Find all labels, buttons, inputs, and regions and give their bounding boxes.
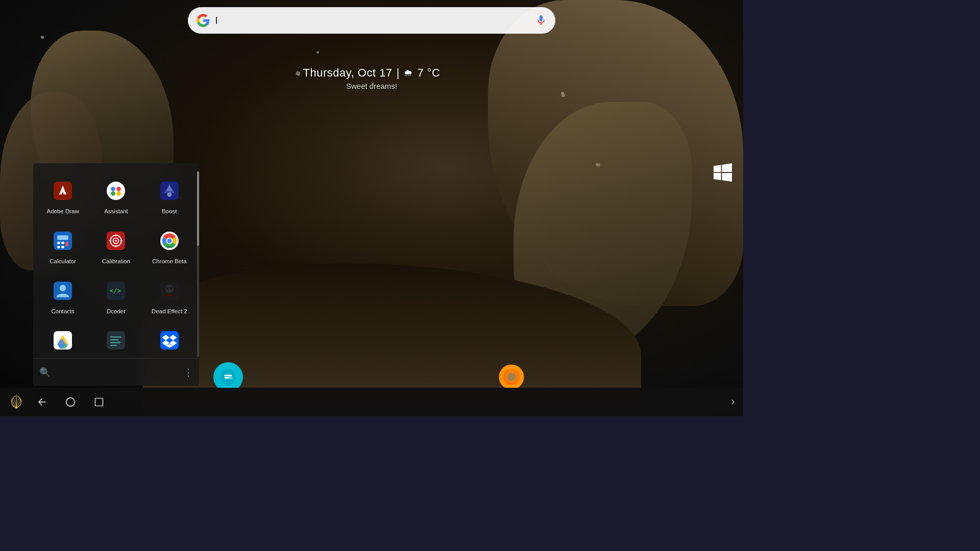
app-drawer: Adobe DrawAssistantBoostCalculatorCalibr… xyxy=(33,163,199,386)
home-button[interactable] xyxy=(56,388,85,416)
svg-rect-37 xyxy=(168,292,170,294)
home-icon xyxy=(65,396,76,408)
app-grid: Adobe DrawAssistantBoostCalculatorCalibr… xyxy=(33,163,199,358)
svg-point-79 xyxy=(66,398,75,407)
firefox-desktop-icon-svg xyxy=(497,363,526,391)
app-label-assistant: Assistant xyxy=(104,208,128,215)
app-icon-assistant xyxy=(102,177,130,205)
recents-icon xyxy=(94,397,104,407)
app-icon-calculator xyxy=(48,227,77,255)
nav-left-section xyxy=(0,388,113,416)
app-icon-dead-effect-2 xyxy=(155,277,184,305)
svg-point-4 xyxy=(111,191,116,196)
windows-icon xyxy=(714,163,732,182)
right-arrow-icon xyxy=(728,397,738,407)
nav-right-arrow[interactable] xyxy=(723,388,743,416)
app-item-contacts[interactable]: Contacts xyxy=(37,271,88,319)
app-label-dead-effect-2: Dead Effect 2 xyxy=(152,308,187,315)
app-item-chrome-beta[interactable]: BetaChrome Beta xyxy=(144,221,195,269)
app-icon-drive xyxy=(48,326,77,355)
app-icon-adobe-draw xyxy=(48,177,77,205)
date-text: Thursday, Oct 17 xyxy=(303,66,393,80)
app-label-adobe-draw: Adobe Draw xyxy=(47,208,79,215)
scroll-indicator xyxy=(197,171,199,357)
app-item-calibration[interactable]: Calibration xyxy=(90,221,141,269)
app-icon-droidedit-free xyxy=(102,326,130,355)
back-icon xyxy=(36,396,47,408)
lotus-icon xyxy=(8,394,24,410)
svg-rect-10 xyxy=(57,235,68,240)
app-label-chrome-beta: Chrome Beta xyxy=(152,258,187,265)
app-item-dead-effect-2[interactable]: Dead Effect 2 xyxy=(144,271,195,319)
svg-point-34 xyxy=(166,286,169,289)
app-icon-chrome-beta: Beta xyxy=(155,227,184,255)
svg-point-8 xyxy=(167,192,172,197)
app-label-boost: Boost xyxy=(162,208,177,215)
app-icon-contacts xyxy=(48,277,77,305)
app-label-calibration: Calibration xyxy=(102,258,130,265)
app-item-boost[interactable]: Boost xyxy=(144,171,195,219)
app-item-droidedit-free[interactable]: DroidEdit Free xyxy=(90,321,141,358)
scroll-thumb xyxy=(197,171,199,246)
svg-rect-43 xyxy=(111,342,121,343)
google-search-bar[interactable] xyxy=(188,7,555,34)
app-item-adobe-draw[interactable]: Adobe Draw xyxy=(37,171,88,219)
svg-rect-36 xyxy=(166,292,168,294)
svg-text:Beta: Beta xyxy=(167,246,172,248)
recents-button[interactable] xyxy=(85,388,113,416)
separator: | xyxy=(397,66,400,80)
svg-point-5 xyxy=(116,191,121,196)
app-icon-boost xyxy=(155,177,184,205)
drawer-menu-icon[interactable]: ⋮ xyxy=(184,367,193,378)
app-item-drive[interactable]: Drive xyxy=(37,321,88,358)
app-item-calculator[interactable]: Calculator xyxy=(37,221,88,269)
weather-icon: 🌧 xyxy=(404,68,413,79)
google-logo xyxy=(196,13,210,28)
svg-rect-80 xyxy=(95,398,103,406)
datetime-widget: Thursday, Oct 17 | 🌧 7 °C Sweet dreams! xyxy=(303,66,440,90)
app-icon-dropbox xyxy=(155,326,184,355)
drawer-search-input[interactable] xyxy=(55,368,180,377)
svg-text:</>: </> xyxy=(110,286,121,294)
svg-rect-42 xyxy=(111,340,119,341)
svg-point-19 xyxy=(115,240,117,242)
back-button[interactable] xyxy=(28,388,56,416)
app-icon-dcoder: </> xyxy=(102,277,130,305)
app-icon-calibration xyxy=(102,227,130,255)
speeko-icon-svg xyxy=(219,368,237,386)
svg-point-29 xyxy=(60,285,66,291)
greeting-text: Sweet dreams! xyxy=(303,82,440,90)
windows-logo[interactable] xyxy=(714,163,732,184)
temperature-text: 7 °C xyxy=(417,66,440,80)
svg-rect-12 xyxy=(61,242,64,244)
app-label-calculator: Calculator xyxy=(50,258,76,265)
svg-rect-11 xyxy=(57,242,60,244)
svg-rect-13 xyxy=(66,242,68,246)
svg-point-26 xyxy=(167,238,172,243)
voice-search-icon[interactable] xyxy=(535,14,547,27)
drawer-search-icon: 🔍 xyxy=(39,367,51,378)
app-item-assistant[interactable]: Assistant xyxy=(90,171,141,219)
svg-rect-41 xyxy=(111,337,122,338)
launcher-logo[interactable] xyxy=(6,392,27,412)
svg-point-6 xyxy=(115,189,117,192)
svg-point-75 xyxy=(230,377,233,380)
svg-point-35 xyxy=(170,286,173,289)
app-item-dcoder[interactable]: </>Dcoder xyxy=(90,271,141,319)
svg-rect-44 xyxy=(111,345,117,346)
app-label-dcoder: Dcoder xyxy=(107,308,126,315)
svg-rect-38 xyxy=(171,292,173,294)
drawer-bottom-bar: 🔍 ⋮ xyxy=(33,358,199,386)
svg-point-33 xyxy=(165,285,174,293)
app-label-contacts: Contacts xyxy=(51,308,74,315)
svg-rect-14 xyxy=(57,246,60,248)
svg-rect-15 xyxy=(61,246,64,248)
nav-bar xyxy=(0,388,743,416)
search-input[interactable] xyxy=(217,16,535,25)
app-item-dropbox[interactable]: Dropbox xyxy=(144,321,195,358)
